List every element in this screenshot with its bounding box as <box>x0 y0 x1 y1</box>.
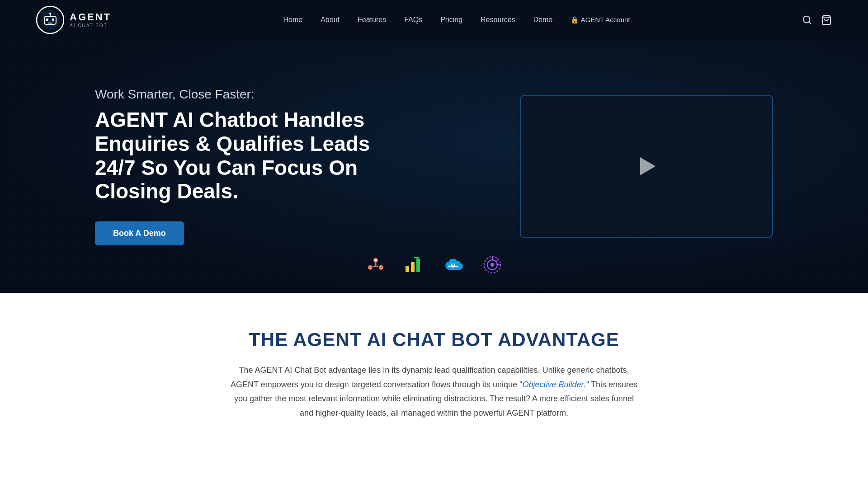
svg-rect-4 <box>52 19 54 21</box>
nav-resources[interactable]: Resources <box>481 16 515 24</box>
svg-rect-19 <box>411 262 415 272</box>
hero-text: Work Smarter, Close Faster: AGENT AI Cha… <box>95 87 411 246</box>
nav-faqs[interactable]: FAQs <box>404 16 422 24</box>
svg-line-9 <box>809 22 811 23</box>
hero-video-player[interactable] <box>520 95 773 238</box>
svg-line-17 <box>376 266 378 267</box>
svg-point-16 <box>379 265 383 270</box>
nav-links: Home About Features FAQs Pricing Resourc… <box>283 16 630 24</box>
advantage-section: THE AGENT AI CHAT BOT ADVANTAGE The AGEN… <box>0 293 868 447</box>
svg-point-12 <box>375 259 377 262</box>
nav-about[interactable]: About <box>321 16 340 24</box>
cart-icon <box>821 14 832 25</box>
svg-point-14 <box>368 265 373 270</box>
chartmogul-icon <box>404 255 424 275</box>
svg-point-7 <box>49 13 51 14</box>
navbar: AGENT AI CHAT BOT Home About Features FA… <box>0 0 868 40</box>
svg-line-15 <box>373 266 376 267</box>
logo-name: AGENT <box>70 12 111 23</box>
objective-builder-link[interactable]: Objective Builder." <box>522 380 589 389</box>
nav-pricing[interactable]: Pricing <box>440 16 462 24</box>
advantage-title: THE AGENT AI CHAT BOT ADVANTAGE <box>63 329 805 351</box>
svg-rect-18 <box>406 266 409 272</box>
radar-icon <box>482 255 502 275</box>
logo-sub: AI CHAT BOT <box>70 23 111 28</box>
cart-button[interactable] <box>821 14 832 25</box>
svg-rect-3 <box>46 19 48 21</box>
logo-icon <box>36 6 64 34</box>
hero-inner: Work Smarter, Close Faster: AGENT AI Cha… <box>95 87 773 246</box>
advantage-text: The AGENT AI Chat Bot advantage lies in … <box>231 363 637 420</box>
nav-home[interactable]: Home <box>283 16 302 24</box>
hero-subtitle: Work Smarter, Close Faster: <box>95 87 411 102</box>
partner-bar <box>366 255 502 275</box>
search-button[interactable] <box>802 15 812 25</box>
nav-features[interactable]: Features <box>358 16 386 24</box>
svg-line-26 <box>496 259 499 262</box>
book-demo-button[interactable]: Book A Demo <box>95 221 184 245</box>
play-button-icon <box>640 157 656 175</box>
search-icon <box>802 15 812 25</box>
hero-title: AGENT AI Chatbot Handles Enquiries & Qua… <box>95 108 411 204</box>
nav-icon-group <box>802 14 832 25</box>
hubspot-icon <box>366 255 386 275</box>
svg-point-24 <box>491 263 494 267</box>
logo-text: AGENT AI CHAT BOT <box>70 12 111 28</box>
hero-section: Work Smarter, Close Faster: AGENT AI Cha… <box>0 40 868 293</box>
salesforce-icon <box>442 255 464 275</box>
nav-account[interactable]: 🔒 AGENT Account <box>571 16 630 24</box>
nav-demo[interactable]: Demo <box>533 16 553 24</box>
logo[interactable]: AGENT AI CHAT BOT <box>36 6 111 34</box>
